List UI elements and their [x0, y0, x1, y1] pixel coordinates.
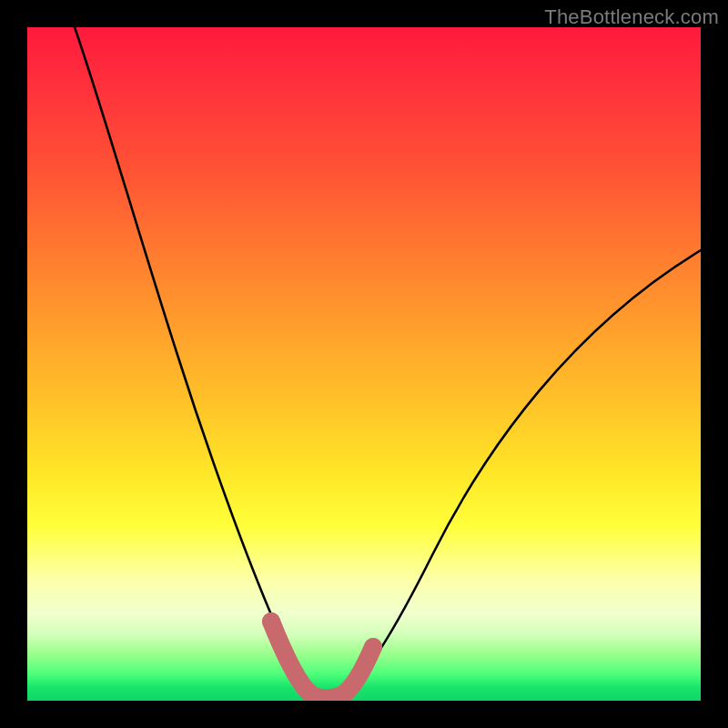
chart-svg: [27, 27, 701, 701]
chart-frame: TheBottleneck.com: [0, 0, 728, 728]
plot-area: [27, 27, 701, 701]
watermark-label: TheBottleneck.com: [544, 5, 719, 29]
sweet-spot-highlight: [271, 622, 373, 698]
bottleneck-curve: [75, 27, 701, 698]
sweet-spot-left-dot: [262, 612, 280, 631]
sweet-spot-right-dot: [364, 638, 382, 656]
